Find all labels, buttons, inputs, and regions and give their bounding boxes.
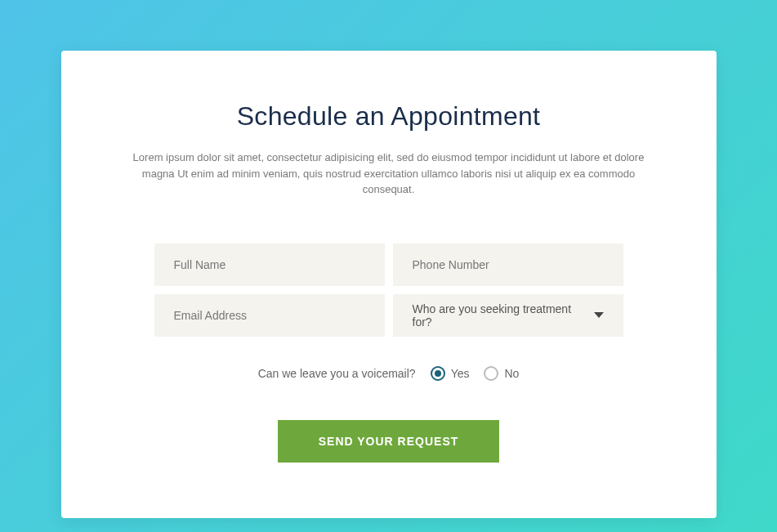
radio-icon xyxy=(431,366,445,381)
phone-input[interactable] xyxy=(393,244,623,286)
treatment-select-label: Who are you seeking treatment for? xyxy=(413,302,594,329)
treatment-select[interactable]: Who are you seeking treatment for? xyxy=(393,294,623,337)
voicemail-no-label: No xyxy=(504,367,519,380)
voicemail-question: Can we leave you a voicemail? xyxy=(258,367,416,380)
radio-dot-icon xyxy=(435,370,441,377)
page-title: Schedule an Appointment xyxy=(120,101,658,132)
page-description: Lorem ipsum dolor sit amet, consectetur … xyxy=(120,150,658,198)
radio-icon xyxy=(484,366,498,381)
submit-button[interactable]: SEND YOUR REQUEST xyxy=(278,420,500,463)
email-input[interactable] xyxy=(154,294,385,337)
voicemail-row: Can we leave you a voicemail? Yes No xyxy=(120,366,658,381)
voicemail-no-radio[interactable]: No xyxy=(484,366,519,381)
chevron-down-icon xyxy=(594,312,604,318)
appointment-card: Schedule an Appointment Lorem ipsum dolo… xyxy=(61,51,717,518)
voicemail-yes-radio[interactable]: Yes xyxy=(431,366,470,381)
form-grid: Who are you seeking treatment for? xyxy=(154,244,623,337)
submit-row: SEND YOUR REQUEST xyxy=(120,420,658,463)
full-name-input[interactable] xyxy=(154,244,385,286)
voicemail-yes-label: Yes xyxy=(451,367,470,380)
